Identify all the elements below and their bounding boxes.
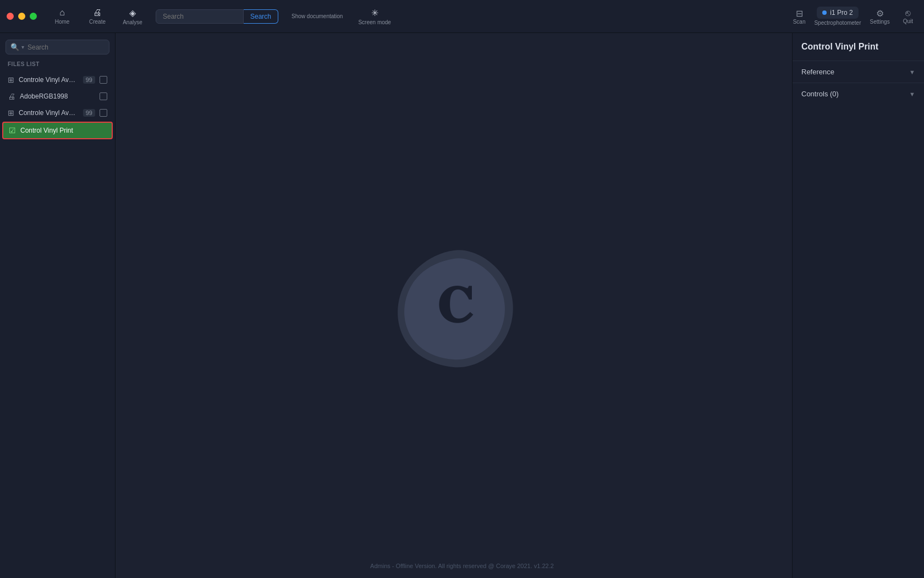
checklist-icon: ☑ bbox=[9, 126, 16, 135]
logo-c-letter: 𝐂 bbox=[437, 277, 471, 335]
spectro-status-dot bbox=[822, 10, 827, 15]
file-item-controle-vinyl-avery-2[interactable]: ⊞ Controle Vinyl Avery -... 99 bbox=[2, 105, 113, 121]
toolbar-search-area: Search bbox=[156, 9, 278, 24]
traffic-lights bbox=[7, 13, 37, 20]
footer-text: Admins - Offline Version. All rights res… bbox=[370, 563, 554, 569]
settings-button[interactable]: ⚙ Settings bbox=[866, 6, 894, 27]
screen-mode-icon: ✳ bbox=[371, 8, 378, 18]
file-name: Controle Vinyl Avery -... bbox=[19, 76, 79, 84]
maximize-button[interactable] bbox=[30, 13, 37, 20]
toolbar: ⌂ Home 🖨 Create ◈ Analyse Search Show do… bbox=[46, 6, 789, 28]
layers-icon-2: ⊞ bbox=[8, 108, 14, 117]
toolbar-search-button[interactable]: Search bbox=[244, 9, 278, 24]
file-name: Controle Vinyl Avery -... bbox=[19, 109, 79, 117]
home-button[interactable]: ⌂ Home bbox=[46, 6, 79, 27]
create-icon: 🖨 bbox=[93, 8, 102, 18]
search-dropdown-icon[interactable]: ▾ bbox=[21, 44, 24, 50]
close-button[interactable] bbox=[7, 13, 14, 20]
toolbar-search-input[interactable] bbox=[156, 9, 244, 24]
main-content: 𝐂 bbox=[116, 33, 792, 578]
coraye-logo: 𝐂 bbox=[382, 234, 525, 377]
spectrophotometer-section: i1 Pro 2 Spectrophotometer bbox=[814, 7, 861, 26]
reference-label: Reference bbox=[801, 68, 834, 76]
screen-mode-button[interactable]: ✳ Screen mode bbox=[351, 6, 397, 28]
search-icon: 🔍 bbox=[10, 43, 19, 51]
file-name: Control Vinyl Print bbox=[20, 127, 106, 134]
file-item-control-vinyl-print[interactable]: ☑ Control Vinyl Print bbox=[2, 122, 113, 139]
main-layout: 🔍 ▾ FILES LIST ⊞ Controle Vinyl Avery -.… bbox=[0, 33, 924, 578]
controls-section[interactable]: Controls (0) ▼ bbox=[793, 83, 924, 105]
files-list-header: FILES LIST bbox=[0, 59, 115, 72]
right-panel: Control Vinyl Print Reference ▼ Controls… bbox=[792, 33, 924, 578]
quit-icon: ⎋ bbox=[905, 8, 911, 18]
file-count: 99 bbox=[83, 76, 95, 84]
spectro-device[interactable]: i1 Pro 2 bbox=[817, 7, 858, 19]
print-icon: 🖨 bbox=[8, 92, 15, 101]
scan-icon: ⊟ bbox=[796, 8, 803, 19]
file-checkbox[interactable] bbox=[100, 109, 107, 117]
spectro-device-name: i1 Pro 2 bbox=[830, 9, 853, 17]
show-docs-button[interactable]: Show documentation bbox=[285, 11, 349, 21]
create-button[interactable]: 🖨 Create bbox=[81, 6, 114, 27]
sidebar-search-input[interactable] bbox=[28, 43, 110, 51]
file-checkbox[interactable] bbox=[100, 92, 107, 100]
file-item-controle-vinyl-avery-1[interactable]: ⊞ Controle Vinyl Avery -... 99 bbox=[2, 72, 113, 88]
scan-button[interactable]: ⊟ Scan bbox=[789, 6, 810, 27]
reference-section[interactable]: Reference ▼ bbox=[793, 61, 924, 83]
file-checkbox[interactable] bbox=[100, 76, 107, 84]
file-name: AdobeRGB1998 bbox=[20, 92, 95, 100]
analyse-button[interactable]: ◈ Analyse bbox=[116, 6, 149, 28]
toolbar-right: ⊟ Scan i1 Pro 2 Spectrophotometer ⚙ Sett… bbox=[789, 6, 917, 27]
settings-icon: ⚙ bbox=[876, 8, 884, 19]
sidebar: 🔍 ▾ FILES LIST ⊞ Controle Vinyl Avery -.… bbox=[0, 33, 116, 578]
minimize-button[interactable] bbox=[18, 13, 25, 20]
sidebar-search-container[interactable]: 🔍 ▾ bbox=[6, 40, 109, 54]
controls-chevron-icon: ▼ bbox=[909, 91, 915, 97]
footer: Admins - Offline Version. All rights res… bbox=[0, 563, 924, 569]
file-item-adobergb1998[interactable]: 🖨 AdobeRGB1998 bbox=[2, 89, 113, 104]
home-icon: ⌂ bbox=[59, 8, 65, 18]
right-panel-title: Control Vinyl Print bbox=[793, 42, 924, 61]
layers-icon: ⊞ bbox=[8, 75, 14, 84]
file-count: 99 bbox=[83, 109, 95, 117]
titlebar: ⌂ Home 🖨 Create ◈ Analyse Search Show do… bbox=[0, 0, 924, 33]
analyse-icon: ◈ bbox=[129, 8, 136, 18]
spectro-label: Spectrophotometer bbox=[814, 20, 861, 26]
controls-label: Controls (0) bbox=[801, 90, 839, 98]
reference-chevron-icon: ▼ bbox=[909, 69, 915, 75]
quit-button[interactable]: ⎋ Quit bbox=[899, 6, 917, 26]
